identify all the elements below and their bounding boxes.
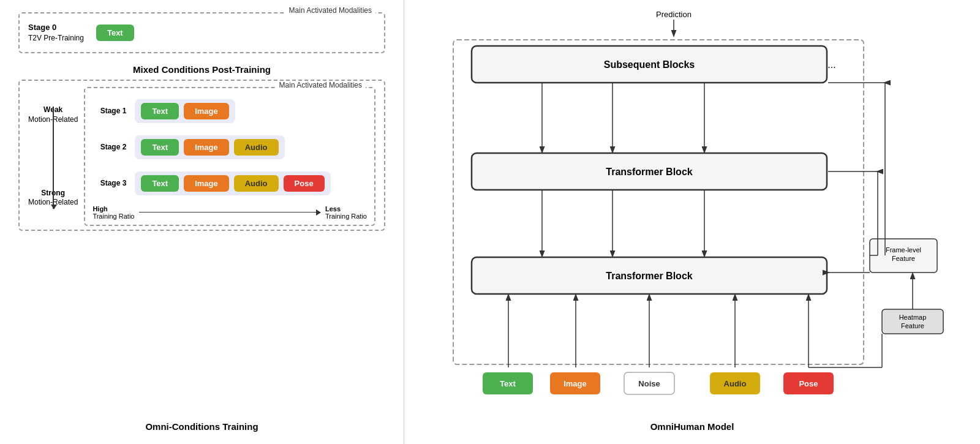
stage0-label: Stage 0 T2V Pre-Training (28, 22, 84, 43)
stage0-box: Main Activated Modalities Stage 0 T2V Pr… (18, 12, 385, 53)
stage0-text-chip: Text (96, 24, 134, 41)
stage3-row: Stage 3 Text Image Audio Pose (92, 165, 367, 201)
input-pose-label: Pose (799, 379, 818, 388)
stage3-text-chip: Text (141, 175, 179, 192)
heatmap-feature-label2: Feature (901, 322, 924, 329)
stage2-row: Stage 2 Text Image Audio (92, 129, 367, 165)
prediction-label: Prediction (656, 10, 692, 19)
less-ratio-label: LessTraining Ratio (325, 205, 367, 220)
input-image-label: Image (564, 379, 587, 388)
training-ratio-row: HighTraining Ratio LessTraining Ratio (92, 205, 367, 220)
mixed-conditions-section: Mixed Conditions Post-Training WeakMotio… (18, 64, 385, 231)
mixed-outer-box: WeakMotion-Related StrongMotion-Related … (18, 80, 385, 231)
stage1-chips: Text Image (135, 99, 235, 123)
high-ratio-label: HighTraining Ratio (92, 205, 134, 220)
stages-box-title: Main Activated Modalities (276, 81, 366, 89)
stage3-pose-chip: Pose (284, 175, 325, 192)
input-text-label: Text (500, 379, 516, 388)
stages-col: Main Activated Modalities Stage 1 Text I… (84, 87, 375, 226)
stage3-label: Stage 3 (92, 179, 126, 187)
dots-label: ... (827, 59, 835, 70)
stage1-row: Stage 1 Text Image (92, 93, 367, 129)
heatmap-feature-rect (882, 309, 943, 334)
heatmap-feature-label: Heatmap (899, 314, 927, 321)
right-caption: OmniHuman Model (650, 421, 734, 432)
subsequent-block-label: Subsequent Blocks (604, 59, 695, 70)
motion-related-col: WeakMotion-Related StrongMotion-Related (28, 87, 78, 226)
right-panel: Prediction Subsequent Blocks ... Transfo… (404, 0, 980, 444)
stage3-audio-chip: Audio (234, 175, 279, 192)
stage2-text-chip: Text (141, 139, 179, 156)
stage1-text-chip: Text (141, 103, 179, 119)
transformer-block2-label: Transformer Block (606, 271, 692, 281)
stages-inner-box: Main Activated Modalities Stage 1 Text I… (84, 87, 375, 226)
stage2-label: Stage 2 (92, 143, 126, 151)
input-noise-label: Noise (638, 379, 660, 388)
mixed-title: Mixed Conditions Post-Training (18, 64, 385, 75)
motion-arrow (53, 107, 54, 209)
frame-level-feature-label: Frame-level (886, 246, 921, 254)
stage2-audio-chip: Audio (234, 139, 279, 156)
stage2-image-chip: Image (184, 139, 229, 156)
left-panel: Main Activated Modalities Stage 0 T2V Pr… (0, 0, 404, 444)
model-diagram-svg: Prediction Subsequent Blocks ... Transfo… (435, 6, 949, 416)
outer-dashed-box (453, 40, 864, 364)
input-audio-label: Audio (724, 379, 747, 388)
stage1-label: Stage 1 (92, 107, 126, 115)
transformer-block1-label: Transformer Block (606, 167, 692, 177)
stage2-chips: Text Image Audio (135, 135, 284, 159)
stage1-image-chip: Image (184, 103, 229, 119)
frame-level-feature-label2: Feature (892, 255, 915, 262)
left-caption: Omni-Conditions Training (18, 415, 385, 432)
stage3-chips: Text Image Audio Pose (135, 171, 330, 195)
stage0-box-title: Main Activated Modalities (285, 6, 375, 15)
stage3-image-chip: Image (184, 175, 229, 192)
ratio-arrow (139, 212, 320, 213)
